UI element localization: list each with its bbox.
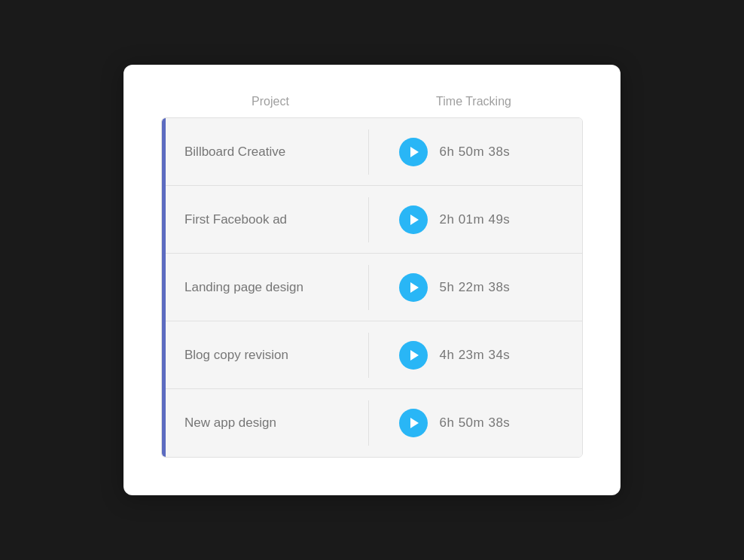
table-row: Landing page design 5h 22m 38s xyxy=(162,254,582,321)
project-cell-facebook: First Facebook ad xyxy=(162,197,369,242)
play-button-landing[interactable] xyxy=(399,273,428,302)
project-cell-blog: Blog copy revision xyxy=(162,333,369,378)
svg-marker-3 xyxy=(410,350,419,361)
table-header: Project Time Tracking xyxy=(161,95,583,108)
project-cell-app: New app design xyxy=(162,400,369,446)
play-button-billboard[interactable] xyxy=(399,138,428,166)
tracking-column-header: Time Tracking xyxy=(372,95,575,108)
tracking-cell-facebook: 2h 01m 49s xyxy=(369,190,583,249)
svg-marker-0 xyxy=(410,147,419,157)
main-container: Project Time Tracking Billboard Creative… xyxy=(123,65,621,495)
play-button-app[interactable] xyxy=(399,409,428,437)
tracking-cell-blog: 4h 23m 34s xyxy=(369,326,583,385)
tracking-cell-billboard: 6h 50m 38s xyxy=(369,123,583,181)
time-text-facebook: 2h 01m 49s xyxy=(440,212,511,227)
table-row: New app design 6h 50m 38s xyxy=(162,389,582,457)
play-icon xyxy=(408,417,420,429)
play-icon xyxy=(408,349,420,361)
table-row: Blog copy revision 4h 23m 34s xyxy=(162,321,582,389)
time-text-landing: 5h 22m 38s xyxy=(440,280,511,295)
play-icon xyxy=(408,214,420,226)
play-icon xyxy=(408,146,420,158)
table-row: Billboard Creative 6h 50m 38s xyxy=(162,118,582,186)
left-accent-bar xyxy=(162,118,166,457)
table-row: First Facebook ad 2h 01m 49s xyxy=(162,186,582,254)
tracking-cell-app: 6h 50m 38s xyxy=(369,394,583,452)
project-column-header: Project xyxy=(169,95,372,108)
svg-marker-4 xyxy=(410,418,419,428)
svg-marker-2 xyxy=(410,282,419,293)
tracking-cell-landing: 5h 22m 38s xyxy=(369,258,583,317)
play-button-blog[interactable] xyxy=(399,341,428,370)
table-body: Billboard Creative 6h 50m 38s First Face… xyxy=(162,118,582,457)
time-text-app: 6h 50m 38s xyxy=(440,415,511,431)
play-icon xyxy=(408,282,420,294)
project-cell-billboard: Billboard Creative xyxy=(162,129,369,175)
table-wrapper: Billboard Creative 6h 50m 38s First Face… xyxy=(161,117,583,458)
play-button-facebook[interactable] xyxy=(399,205,428,234)
time-text-billboard: 6h 50m 38s xyxy=(440,145,511,160)
time-text-blog: 4h 23m 34s xyxy=(440,348,511,363)
project-cell-landing: Landing page design xyxy=(162,265,369,310)
svg-marker-1 xyxy=(410,215,419,225)
